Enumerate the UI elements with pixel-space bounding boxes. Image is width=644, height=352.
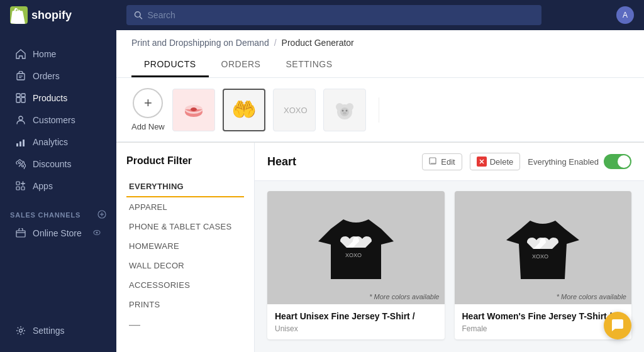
add-new-button[interactable]: + Add New — [131, 88, 165, 131]
sidebar-settings-label: Settings — [33, 326, 65, 336]
tab-products[interactable]: PRODUCTS — [131, 53, 209, 77]
topbar-search-box[interactable] — [126, 5, 541, 25]
page-header: Print and Dropshipping on Demand / Produ… — [116, 30, 644, 78]
svg-rect-12 — [19, 141, 21, 146]
sidebar-item-discounts[interactable]: Discounts — [5, 153, 111, 175]
sidebar-item-products[interactable]: Products — [5, 87, 111, 109]
orders-icon — [15, 70, 26, 82]
svg-point-25 — [19, 329, 23, 333]
product-card-image-2: XOXO * More colors available — [455, 191, 632, 304]
online-store-icon — [15, 228, 26, 239]
product-card-heart-womens[interactable]: XOXO * More colors available Heart Women… — [455, 191, 632, 339]
design-thumb-2[interactable]: 🤲 — [223, 89, 265, 131]
sales-channels-label: SALES CHANNELS — [10, 211, 80, 219]
breadcrumb: Print and Dropshipping on Demand / Produ… — [131, 38, 629, 48]
more-colors-label-2: * More colors available — [557, 293, 626, 300]
filter-item-everything[interactable]: EVERYTHING — [126, 177, 244, 197]
sidebar-products-label: Products — [33, 93, 67, 103]
sidebar-item-settings[interactable]: Settings — [5, 320, 111, 341]
sidebar-orders-label: Orders — [33, 71, 60, 81]
svg-text:XOXO: XOXO — [284, 106, 308, 115]
more-colors-label-1: * More colors available — [369, 293, 439, 300]
filter-item-phone-tablet[interactable]: PHONE & TABLET CASES — [126, 217, 244, 236]
sidebar-home-label: Home — [33, 49, 56, 59]
svg-rect-7 — [21, 97, 25, 102]
svg-text:XOXO: XOXO — [345, 252, 362, 258]
design-thumb-1[interactable] — [172, 89, 215, 131]
sidebar-item-online-store[interactable]: Online Store — [5, 223, 111, 243]
add-sales-channel-button[interactable] — [97, 210, 106, 220]
search-input[interactable] — [148, 10, 534, 20]
edit-button[interactable]: Edit — [422, 153, 462, 170]
products-icon — [15, 92, 26, 104]
everything-enabled-toggle[interactable] — [604, 154, 631, 169]
product-card-title-2: Heart Women's Fine Jersey T-Shirt / — [462, 311, 625, 323]
products-area: Heart Edit Delete Everything Enabled — [255, 143, 644, 352]
svg-rect-11 — [16, 143, 18, 146]
sidebar-bottom: Settings — [0, 319, 116, 352]
design-thumb-4[interactable] — [323, 89, 366, 131]
toggle-area: Everything Enabled — [528, 154, 631, 169]
sidebar-discounts-label: Discounts — [33, 159, 71, 169]
filter-title: Product Filter — [126, 155, 244, 167]
filter-item-prints[interactable]: PRINTS — [126, 295, 244, 314]
svg-text:🤲: 🤲 — [231, 97, 257, 121]
breadcrumb-parent[interactable]: Print and Dropshipping on Demand — [131, 38, 269, 48]
customers-icon — [15, 114, 26, 126]
sidebar-item-orders[interactable]: Orders — [5, 65, 111, 87]
product-card-image-1: XOXO * More colors available — [267, 191, 445, 304]
toggle-label: Everything Enabled — [528, 157, 599, 167]
breadcrumb-separator: / — [274, 38, 277, 48]
product-grid: XOXO * More colors available Heart Unise… — [255, 181, 644, 349]
filter-item-homeware[interactable]: HOMEWARE — [126, 236, 244, 256]
sidebar-apps-label: Apps — [33, 181, 53, 191]
svg-text:XOXO: XOXO — [532, 253, 548, 260]
settings-icon — [15, 325, 26, 336]
selected-design-title: Heart — [267, 155, 414, 168]
product-card-title-1: Heart Unisex Fine Jersey T-Shirt / — [275, 311, 437, 323]
tab-orders[interactable]: ORDERS — [209, 53, 274, 77]
svg-rect-17 — [16, 187, 19, 190]
svg-line-2 — [140, 16, 142, 18]
sidebar-online-store-label: Online Store — [33, 228, 82, 238]
filter-item-wall-decor[interactable]: WALL DECOR — [126, 256, 244, 275]
topbar: shopify A — [0, 0, 644, 30]
content-area: Product Filter EVERYTHING APPAREL PHONE … — [116, 143, 644, 352]
eye-icon[interactable] — [92, 228, 101, 239]
sidebar: Home Orders Products Customers Analytics — [0, 0, 116, 352]
sidebar-nav: Home Orders Products Customers Analytics — [0, 38, 116, 202]
shopify-logo-icon — [10, 6, 28, 24]
page-tabs: PRODUCTS ORDERS SETTINGS — [131, 53, 629, 77]
product-card-subtitle-2: Female — [462, 324, 625, 333]
delete-button[interactable]: Delete — [470, 153, 521, 170]
svg-rect-22 — [16, 231, 25, 237]
chat-bubble-button[interactable] — [604, 312, 631, 339]
avatar[interactable]: A — [616, 6, 634, 24]
svg-point-14 — [19, 162, 21, 164]
filter-item-accessories[interactable]: ACCESSORIES — [126, 275, 244, 295]
sidebar-item-apps[interactable]: Apps — [5, 175, 111, 197]
thumbs-divider — [379, 97, 379, 123]
chat-icon — [611, 319, 625, 333]
product-thumbs-row: + Add New 🤲 XOXO — [116, 78, 644, 142]
apps-icon — [15, 180, 26, 192]
svg-point-35 — [341, 109, 343, 111]
filter-more[interactable]: — — [126, 314, 244, 335]
filter-item-apparel[interactable]: APPAREL — [126, 197, 244, 217]
sidebar-item-customers[interactable]: Customers — [5, 109, 111, 131]
design-thumb-3[interactable]: XOXO — [273, 89, 316, 131]
search-icon — [134, 11, 143, 19]
svg-point-36 — [345, 109, 347, 111]
products-header: Heart Edit Delete Everything Enabled — [255, 143, 644, 181]
svg-rect-8 — [16, 94, 20, 97]
topbar-brand-text: shopify — [31, 9, 72, 22]
product-card-heart-unisex[interactable]: XOXO * More colors available Heart Unise… — [267, 191, 445, 339]
svg-point-24 — [96, 231, 98, 233]
main-content: Print and Dropshipping on Demand / Produ… — [116, 30, 644, 352]
discounts-icon — [15, 158, 26, 170]
svg-rect-13 — [23, 140, 25, 146]
product-card-info-1: Heart Unisex Fine Jersey T-Shirt / Unise… — [267, 304, 445, 339]
sidebar-item-home[interactable]: Home — [5, 43, 111, 65]
tab-settings[interactable]: SETTINGS — [273, 53, 345, 77]
sidebar-item-analytics[interactable]: Analytics — [5, 131, 111, 153]
